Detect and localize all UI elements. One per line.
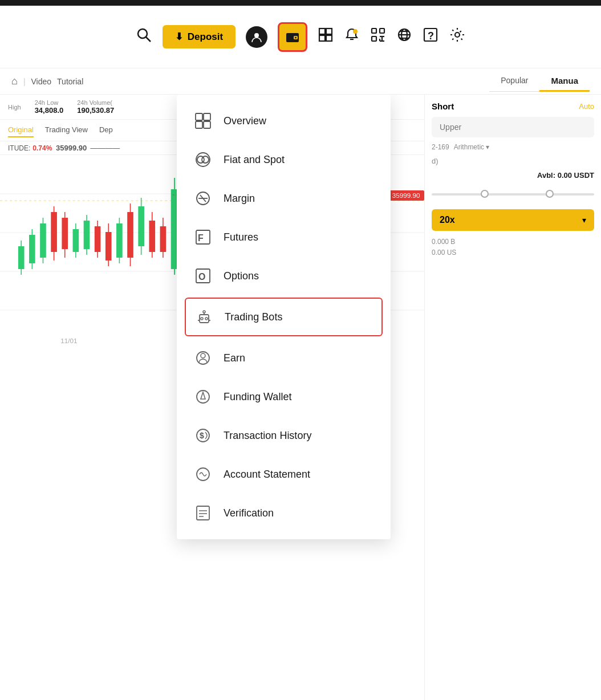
svg-rect-6 (319, 29, 325, 34)
svg-text:$: $ (200, 431, 204, 440)
svg-text:F: F (198, 233, 204, 243)
svg-rect-92 (204, 121, 210, 128)
dep-tab[interactable]: Dep (99, 123, 113, 137)
overview-icon (193, 111, 213, 131)
deposit-button[interactable]: ⬇ Deposit (163, 25, 235, 48)
account-statement-label: Account Statement (224, 469, 310, 481)
margin-label: Margin (224, 193, 255, 205)
globe-icon[interactable] (396, 27, 412, 47)
high-stat: High (8, 104, 21, 111)
svg-text:35999.90: 35999.90 (392, 192, 420, 199)
menu-item-margin[interactable]: Margin (177, 179, 391, 218)
manual-tab[interactable]: Manua (539, 71, 590, 92)
slider-container[interactable] (432, 189, 594, 200)
svg-rect-13 (380, 29, 384, 33)
menu-item-funding-wallet[interactable]: Funding Wallet (177, 377, 391, 416)
svg-rect-12 (372, 29, 376, 33)
menu-item-fiat-spot[interactable]: Fiat and Spot (177, 140, 391, 179)
avbl-row: Avbl: 0.00 USDT (432, 171, 594, 180)
scan-icon[interactable] (370, 27, 386, 47)
menu-item-options[interactable]: O Options (177, 257, 391, 295)
main-area: High 24h Low 34,808.0 24h Volume( 190,53… (0, 95, 601, 700)
wallet-button[interactable] (278, 22, 307, 52)
top-bar (0, 0, 601, 6)
search-icon[interactable] (135, 26, 152, 47)
upper-input[interactable] (432, 117, 594, 137)
menu-item-trading-bots[interactable]: Trading Bots (185, 298, 383, 336)
earn-icon (193, 348, 213, 368)
trading-bots-label: Trading Bots (225, 311, 282, 323)
futures-icon: F (193, 227, 213, 247)
leverage-label: 20x (440, 215, 455, 225)
svg-text:11/01: 11/01 (60, 337, 77, 344)
svg-text:?: ? (428, 30, 434, 42)
margin-icon (193, 188, 213, 209)
leverage-selector[interactable]: 20x ▾ (432, 209, 594, 231)
short-label: Short (432, 101, 454, 111)
svg-point-11 (353, 29, 358, 34)
low-stat: 24h Low 34,808.0 (35, 99, 64, 115)
svg-point-5 (295, 36, 297, 38)
fiat-spot-label: Fiat and Spot (224, 154, 285, 166)
svg-point-104 (205, 318, 208, 320)
range-label: 2-169 (432, 143, 449, 151)
range-row: 2-169 Arithmetic ▾ (432, 143, 594, 151)
account-statement-icon (193, 464, 213, 485)
svg-point-26 (455, 32, 460, 37)
earn-label: Earn (224, 352, 245, 364)
popular-tab[interactable]: Popular (489, 71, 539, 92)
grid-icon[interactable] (318, 27, 334, 47)
transaction-history-label: Transaction History (224, 430, 311, 442)
svg-point-95 (202, 156, 209, 163)
svg-rect-9 (326, 35, 332, 41)
verification-icon (193, 503, 213, 523)
svg-point-103 (201, 318, 203, 320)
svg-rect-7 (326, 29, 332, 34)
futures-label: Futures (224, 231, 258, 243)
header-icons: ⬇ Deposit (135, 22, 466, 52)
right-panel: Short Auto 2-169 Arithmetic ▾ d) Avbl: 0… (424, 95, 601, 700)
svg-rect-90 (204, 113, 210, 120)
menu-item-earn[interactable]: Earn (177, 339, 391, 377)
volume-stat: 24h Volume( 190,530.87 (77, 99, 114, 115)
trading-bots-icon (194, 307, 214, 327)
overview-label: Overview (224, 115, 266, 127)
menu-item-verification[interactable]: Verification (177, 494, 391, 532)
deposit-label: Deposit (188, 31, 223, 43)
trading-view-tab[interactable]: Trading View (45, 123, 88, 137)
video-link[interactable]: Video (31, 77, 52, 86)
tutorial-link[interactable]: Tutorial (57, 77, 83, 86)
menu-item-account-statement[interactable]: Account Statement (177, 455, 391, 494)
notification-icon[interactable] (344, 27, 360, 47)
help-icon[interactable]: ? (423, 27, 438, 47)
wallet-dropdown-menu: Overview Fiat and Spot (177, 95, 391, 539)
home-icon[interactable]: ⌂ (11, 75, 18, 87)
header: ⬇ Deposit (0, 6, 601, 68)
menu-item-overview[interactable]: Overview (177, 101, 391, 140)
verification-label: Verification (224, 507, 274, 519)
svg-rect-89 (196, 113, 202, 120)
settings-icon[interactable] (449, 26, 466, 47)
subheader: ⌂ | Video Tutorial Popular Manua (0, 68, 601, 95)
funding-wallet-icon (193, 386, 213, 407)
svg-rect-14 (372, 36, 376, 41)
right-panel-content: Short Auto 2-169 Arithmetic ▾ d) Avbl: 0… (425, 95, 601, 265)
svg-point-2 (254, 33, 259, 38)
options-label: Options (224, 270, 259, 282)
breadcrumb-separator: | (23, 77, 26, 86)
original-tab[interactable]: Original (8, 123, 34, 137)
fiat-spot-icon (193, 149, 213, 170)
bottom-values: 0.000 B 0.00 US (432, 237, 594, 258)
arithmetic-label[interactable]: Arithmetic ▾ (454, 143, 490, 151)
svg-line-1 (146, 37, 151, 42)
svg-point-0 (138, 29, 147, 38)
deposit-icon: ⬇ (175, 31, 183, 43)
menu-item-transaction-history[interactable]: $ Transaction History (177, 416, 391, 455)
menu-item-futures[interactable]: F Futures (177, 218, 391, 257)
svg-rect-116 (197, 506, 209, 520)
svg-point-106 (203, 311, 205, 313)
options-icon: O (193, 266, 213, 286)
profile-icon[interactable] (246, 26, 267, 48)
svg-rect-91 (196, 121, 202, 128)
transaction-history-icon: $ (193, 425, 213, 446)
